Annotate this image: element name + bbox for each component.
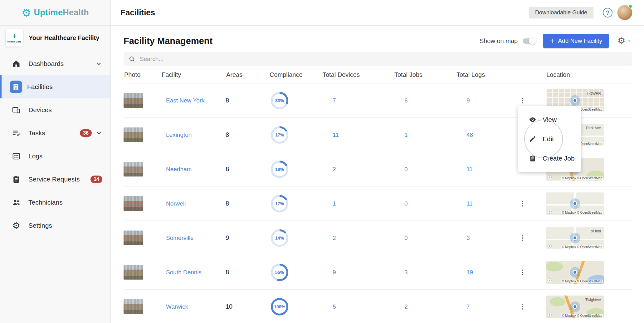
total-jobs-link[interactable]: 1 <box>404 132 408 138</box>
areas-value: 8 <box>226 97 229 104</box>
sidebar-item-service-requests[interactable]: Service Requests 14 <box>0 168 110 191</box>
row-actions-kebab-icon[interactable] <box>517 94 528 107</box>
total-jobs-link[interactable]: 0 <box>404 200 408 207</box>
facility-link[interactable]: Warwick <box>166 303 188 310</box>
facility-link[interactable]: Lexington <box>166 132 192 138</box>
total-jobs-link[interactable]: 3 <box>404 269 408 276</box>
total-logs-link[interactable]: 3 <box>466 235 470 241</box>
facility-link[interactable]: Somerville <box>166 235 194 241</box>
column-header-total-jobs: Total Jobs <box>394 71 456 78</box>
online-status-dot <box>628 4 632 8</box>
total-devices-link[interactable]: 11 <box>333 132 339 138</box>
sidebar-item-logs[interactable]: Logs <box>0 145 110 168</box>
main-content: Facility Management Show on map + Add Ne… <box>111 26 644 323</box>
map-pin-icon <box>570 198 580 209</box>
total-devices-link[interactable]: 2 <box>333 166 336 173</box>
total-devices-link[interactable]: 2 <box>333 235 336 241</box>
sidebar-item-settings[interactable]: ⚙ Settings <box>0 214 110 237</box>
sidebar-item-dashboards[interactable]: Dashboards <box>0 52 110 75</box>
map-pin-icon <box>570 95 580 106</box>
total-logs-link[interactable]: 7 <box>466 303 470 310</box>
column-header-total-logs: Total Logs <box>456 71 509 78</box>
total-jobs-link[interactable]: 0 <box>404 235 408 241</box>
facility-toolbar: Facility Management Show on map + Add Ne… <box>124 32 632 50</box>
facility-photo <box>124 162 143 176</box>
total-jobs-link[interactable]: 0 <box>404 166 408 173</box>
sidebar-item-facilities[interactable]: Facilities <box>0 75 110 98</box>
table-row: Warwick 10 100% 5 2 7 Twightwe i © Mapbo… <box>124 290 632 323</box>
areas-value: 8 <box>226 131 229 138</box>
context-menu-edit[interactable]: Edit <box>518 129 581 149</box>
column-header-location: Location <box>535 71 632 78</box>
table-settings-dropdown[interactable]: ⚙ <box>617 37 632 45</box>
total-jobs-link[interactable]: 6 <box>404 97 408 104</box>
table-row: Somerville 9 14% 2 0 3 of Indi i © Mapbo… <box>124 221 632 255</box>
table-row: South Dennis 8 55% 9 3 19 i © Mapbox © O… <box>124 255 632 290</box>
location-map-thumbnail[interactable]: Twightwe i © Mapbox © OpenStreetMap <box>546 296 604 318</box>
brand-logo[interactable]: ⚙ UptimeHealth <box>0 0 110 26</box>
map-attribution: © Mapbox © OpenStreetMap <box>561 211 603 214</box>
context-menu-view[interactable]: View <box>518 110 581 129</box>
facility-photo <box>124 196 143 211</box>
map-attribution-info-icon: i <box>548 278 552 282</box>
areas-value: 8 <box>226 166 229 173</box>
map-place-label: of Indi <box>591 229 601 233</box>
sidebar-item-devices[interactable]: Devices <box>0 98 110 122</box>
total-jobs-link[interactable]: 2 <box>404 303 408 310</box>
org-logo: + Health Care <box>6 29 23 47</box>
tasks-badge: 36 <box>80 129 92 137</box>
row-actions-kebab-icon[interactable] <box>517 197 528 210</box>
total-logs-link[interactable]: 9 <box>466 97 470 104</box>
home-icon <box>12 59 21 68</box>
map-attribution: © Mapbox © OpenStreetMap <box>561 280 603 283</box>
map-place-label: LOWER <box>587 92 601 96</box>
facility-photo <box>124 231 143 245</box>
org-logo-plus-icon: + <box>12 33 17 40</box>
facility-link[interactable]: East New York <box>166 97 205 104</box>
context-menu-create-job[interactable]: Create Job <box>518 149 581 168</box>
top-bar: Facilities Downloadable Guide ? <box>111 0 644 26</box>
row-actions-context-menu: View Edit Create Job <box>518 106 581 172</box>
facility-photo <box>124 299 143 314</box>
search-input[interactable] <box>140 56 627 62</box>
row-actions-kebab-icon[interactable] <box>517 301 528 313</box>
facility-link[interactable]: Norwell <box>166 200 186 207</box>
total-logs-link[interactable]: 11 <box>466 200 473 207</box>
row-actions-kebab-icon[interactable] <box>517 232 528 244</box>
map-attribution-info-icon: i <box>548 175 552 179</box>
total-logs-link[interactable]: 48 <box>466 132 473 138</box>
compliance-donut: 18% <box>271 161 288 178</box>
column-header-photo: Photo <box>124 71 161 78</box>
location-map-thumbnail[interactable]: i © Mapbox © OpenStreetMap <box>546 261 604 284</box>
column-header-compliance: Compliance <box>269 71 322 78</box>
sidebar-item-technicians[interactable]: Technicians <box>0 191 110 214</box>
clipboard-icon <box>529 155 536 162</box>
gear-icon: ⚙ <box>617 37 625 45</box>
people-icon <box>12 198 21 207</box>
search-icon <box>129 56 135 62</box>
map-attribution-info-icon: i <box>548 313 552 317</box>
sidebar-item-tasks[interactable]: Tasks 36 <box>0 122 110 145</box>
areas-value: 8 <box>226 269 229 276</box>
total-logs-link[interactable]: 19 <box>466 269 473 276</box>
show-on-map-toggle[interactable] <box>523 38 535 44</box>
location-map-thumbnail[interactable]: i © Mapbox © OpenStreetMap <box>546 192 604 215</box>
help-icon[interactable]: ? <box>603 8 612 17</box>
map-attribution-info-icon: i <box>548 244 552 248</box>
row-actions-kebab-icon[interactable] <box>517 266 528 279</box>
location-map-thumbnail[interactable]: of Indi i © Mapbox © OpenStreetMap <box>546 227 604 249</box>
total-devices-link[interactable]: 9 <box>333 269 336 276</box>
pencil-icon <box>529 135 536 143</box>
total-devices-link[interactable]: 7 <box>333 97 336 104</box>
downloadable-guide-button[interactable]: Downloadable Guide <box>529 7 593 18</box>
facility-link[interactable]: South Dennis <box>166 269 202 276</box>
add-new-facility-button[interactable]: + Add New Facility <box>543 34 609 48</box>
facility-link[interactable]: Needham <box>166 166 192 173</box>
total-devices-link[interactable]: 5 <box>333 303 336 310</box>
column-header-areas: Areas <box>226 71 269 78</box>
org-selector[interactable]: + Health Care Your Healthcare Facility <box>0 26 110 50</box>
caret-down-icon <box>627 38 632 43</box>
user-avatar[interactable] <box>617 5 632 20</box>
total-devices-link[interactable]: 1 <box>333 200 336 207</box>
total-logs-link[interactable]: 11 <box>466 166 473 173</box>
